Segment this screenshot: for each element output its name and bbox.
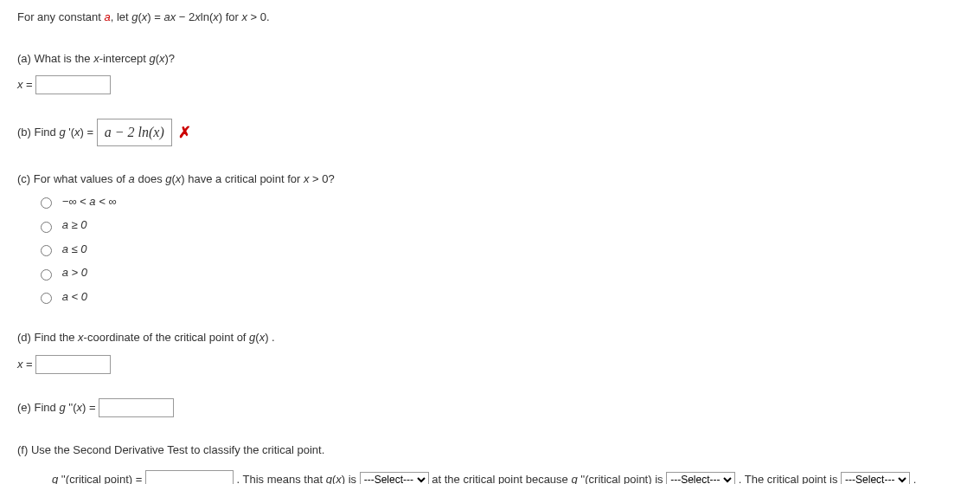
radio-input-4[interactable] (41, 293, 52, 304)
incorrect-icon: ✗ (178, 121, 191, 145)
radio-option-4[interactable]: a < 0 (36, 288, 963, 306)
radio-input-2[interactable] (41, 245, 52, 256)
part-f-select-1[interactable]: ---Select--- (360, 472, 429, 484)
intro-pre: For any constant (17, 10, 104, 23)
part-f-input[interactable] (145, 470, 234, 484)
radio-option-1[interactable]: a ≥ 0 (36, 216, 963, 234)
radio-input-0[interactable] (41, 197, 52, 209)
radio-input-1[interactable] (41, 222, 52, 233)
part-e-input[interactable] (99, 398, 174, 417)
radio-option-0[interactable]: −∞ < a < ∞ (36, 193, 963, 210)
part-b: (b) Find g '(x) = a − 2 ln(x) ✗ (17, 119, 963, 146)
part-b-answer[interactable]: a − 2 ln(x) (97, 119, 172, 146)
radio-option-2[interactable]: a ≤ 0 (36, 241, 963, 258)
part-f-select-2[interactable]: ---Select--- (666, 472, 735, 484)
radio-input-3[interactable] (41, 269, 52, 281)
part-a-input[interactable] (35, 75, 111, 94)
part-d-input[interactable] (35, 355, 111, 374)
radio-option-3[interactable]: a > 0 (36, 264, 963, 281)
intro-text: For any constant a, let g(x) = ax − 2xln… (17, 9, 963, 26)
part-f: (f) Use the Second Derivative Test to cl… (17, 442, 963, 485)
part-d: (d) Find the x-coordinate of the critica… (17, 329, 963, 374)
intro-a: a (104, 10, 110, 23)
part-c: (c) For what values of a does g(x) have … (17, 171, 963, 305)
part-e: (e) Find g ''(x) = (17, 398, 963, 417)
part-f-select-3[interactable]: ---Select--- (841, 472, 910, 484)
part-a: (a) What is the x-intercept g(x)? x = (17, 50, 963, 95)
part-f-prompt: (f) Use the Second Derivative Test to cl… (17, 442, 963, 459)
